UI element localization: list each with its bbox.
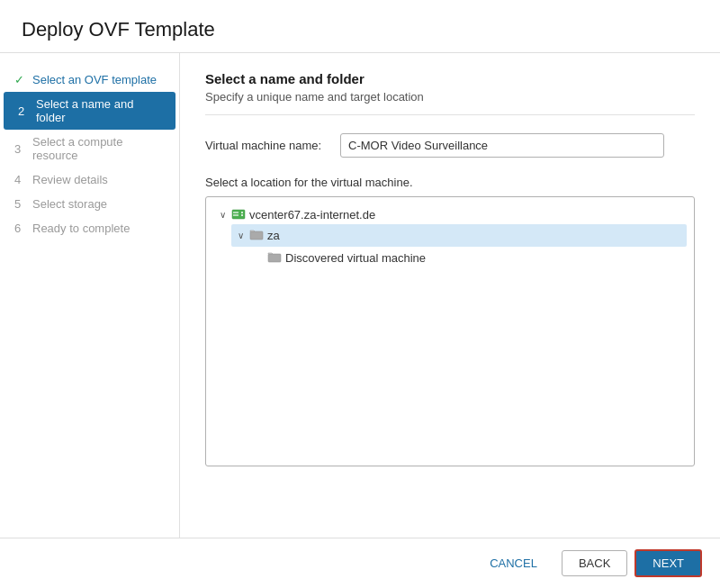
back-button[interactable]: BACK bbox=[562, 550, 627, 576]
sidebar-item-step5[interactable]: 5 Select storage bbox=[0, 192, 179, 216]
svg-rect-6 bbox=[268, 254, 281, 262]
sidebar-item-step1[interactable]: ✓ Select an OVF template bbox=[0, 68, 179, 92]
sidebar-step1-label: Select an OVF template bbox=[32, 73, 157, 86]
tree-children-za: › Discovered virtual machine bbox=[231, 247, 687, 269]
step2-number: 2 bbox=[18, 104, 31, 118]
svg-point-3 bbox=[241, 212, 243, 213]
tree-node-root[interactable]: ∨ vcenter67.za-internet.de bbox=[213, 204, 687, 224]
step4-number: 4 bbox=[14, 173, 27, 186]
vm-name-input[interactable] bbox=[340, 133, 664, 158]
sidebar-step6-label: Ready to complete bbox=[32, 222, 130, 235]
check-icon: ✓ bbox=[14, 73, 27, 86]
svg-point-4 bbox=[241, 214, 243, 216]
dialog-title: Deploy OVF Template bbox=[0, 0, 720, 53]
server-icon bbox=[231, 207, 246, 222]
tree-container: ∨ vcenter67.za-internet.de bbox=[205, 196, 695, 466]
tree-node-discovered[interactable]: › Discovered virtual machine bbox=[249, 247, 687, 269]
chevron-root: ∨ bbox=[217, 210, 228, 220]
next-button[interactable]: NEXT bbox=[634, 549, 702, 577]
sidebar-item-step2[interactable]: 2 Select a name and folder bbox=[4, 92, 176, 130]
sidebar-step3-label: Select a compute resource bbox=[32, 135, 168, 162]
sidebar-item-step6[interactable]: 6 Ready to complete bbox=[0, 216, 179, 240]
cancel-button[interactable]: CANCEL bbox=[472, 550, 554, 576]
location-label: Select a location for the virtual machin… bbox=[205, 176, 695, 189]
main-content: Select a name and folder Specify a uniqu… bbox=[180, 53, 720, 538]
vm-name-label: Virtual machine name: bbox=[205, 139, 340, 152]
svg-rect-2 bbox=[233, 214, 238, 216]
sidebar-step4-label: Review details bbox=[32, 173, 108, 186]
sidebar-step5-label: Select storage bbox=[32, 197, 107, 211]
tree-children-root: ∨ za › bbox=[213, 224, 687, 269]
section-subtitle: Specify a unique name and target locatio… bbox=[205, 90, 695, 115]
section-title: Select a name and folder bbox=[205, 71, 695, 86]
step3-number: 3 bbox=[14, 142, 27, 156]
folder-icon-discovered bbox=[267, 249, 282, 267]
chevron-za: ∨ bbox=[235, 231, 246, 240]
folder-icon-za bbox=[249, 227, 264, 244]
sidebar-step2-label: Select a name and folder bbox=[36, 97, 165, 124]
dialog-footer: CANCEL BACK NEXT bbox=[0, 538, 720, 588]
chevron-discovered: › bbox=[253, 253, 264, 263]
sidebar-item-step4[interactable]: 4 Review details bbox=[0, 167, 179, 192]
za-node-label: za bbox=[267, 229, 280, 242]
sidebar: ✓ Select an OVF template 2 Select a name… bbox=[0, 53, 180, 538]
svg-rect-1 bbox=[233, 212, 238, 213]
vm-name-row: Virtual machine name: bbox=[205, 133, 695, 158]
deploy-ovf-dialog: Deploy OVF Template ✓ Select an OVF temp… bbox=[0, 0, 720, 588]
discovered-node-label: Discovered virtual machine bbox=[285, 251, 426, 265]
step6-number: 6 bbox=[14, 222, 27, 235]
root-node-label: vcenter67.za-internet.de bbox=[249, 208, 375, 222]
step5-number: 5 bbox=[14, 197, 27, 211]
svg-rect-5 bbox=[250, 231, 263, 240]
dialog-body: ✓ Select an OVF template 2 Select a name… bbox=[0, 53, 720, 538]
tree-node-za[interactable]: ∨ za bbox=[231, 224, 687, 247]
sidebar-item-step3[interactable]: 3 Select a compute resource bbox=[0, 130, 179, 167]
